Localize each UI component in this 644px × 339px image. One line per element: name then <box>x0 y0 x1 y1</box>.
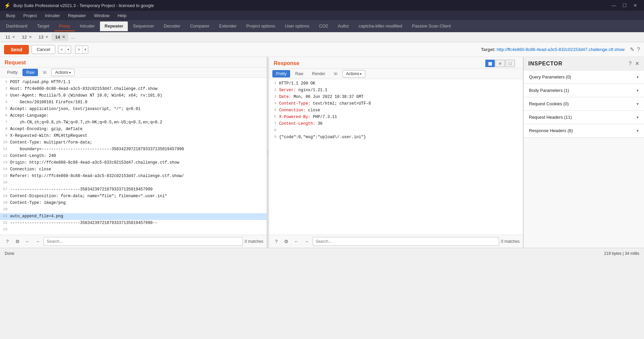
menu-burp[interactable]: Burp <box>3 12 18 19</box>
tab-extender[interactable]: Extender <box>214 21 241 31</box>
request-title: Request <box>0 57 267 67</box>
body-params-chevron-icon: ▾ <box>637 88 639 93</box>
tab-proxy[interactable]: Proxy <box>54 21 75 31</box>
menu-window[interactable]: Window <box>91 12 113 19</box>
tab-captcha-killer[interactable]: captcha-killer-modified <box>354 21 407 31</box>
tab-comparer[interactable]: Comparer <box>185 21 214 31</box>
response-title: Response ▦ ≡ □ <box>269 57 523 69</box>
edit-icon[interactable]: ✎ <box>630 46 634 53</box>
code-line: 2Server: nginx/1.21.1 <box>269 87 523 94</box>
menu-repeater[interactable]: Repeater <box>65 12 89 19</box>
code-line: 9X-Requested-With: XMLHttpRequest <box>0 133 267 139</box>
tab-intruder[interactable]: Intruder <box>75 21 100 31</box>
minimize-button[interactable]: — <box>609 2 619 9</box>
response-footer: ? ⚙ ← → 0 matches <box>269 235 523 248</box>
close-tab-13[interactable]: ✕ <box>45 35 48 39</box>
response-code-area[interactable]: 1HTTP/1.1 200 OK 2Server: nginx/1.21.1 3… <box>269 79 523 235</box>
request-help-icon[interactable]: ? <box>3 237 11 245</box>
response-next-match[interactable]: → <box>303 237 311 245</box>
request-next-match[interactable]: → <box>34 237 42 245</box>
nav-prev-button[interactable]: < <box>58 46 65 54</box>
request-prev-match[interactable]: ← <box>23 237 32 245</box>
response-render-btn[interactable]: Render <box>308 70 329 77</box>
tab-co2[interactable]: CO2 <box>314 21 333 31</box>
request-search-input[interactable] <box>44 237 243 246</box>
request-pretty-btn[interactable]: Pretty <box>3 69 21 76</box>
inspector-close-icon[interactable]: ✕ <box>635 60 639 67</box>
cancel-button[interactable]: Cancel <box>32 45 55 54</box>
tab-repeater[interactable]: Repeater <box>100 21 128 31</box>
close-tab-11[interactable]: ✕ <box>12 35 15 39</box>
code-line: 11 boundary=----------------------------… <box>0 146 267 153</box>
sub-tab-11[interactable]: 11 ✕ <box>2 33 18 41</box>
send-button[interactable]: Send <box>4 45 29 54</box>
inspector-resp-headers-header[interactable]: Response Headers (6) ▾ <box>524 124 644 137</box>
target-url[interactable]: http://ffc4e860-8c88-4ead-a3c5-832c02153… <box>497 47 625 52</box>
response-search-input[interactable] <box>313 237 499 246</box>
request-newline-btn[interactable]: \n <box>39 69 50 76</box>
request-toolbar: Pretty Raw \n Actions ▾ <box>0 67 267 78</box>
tab-project-options[interactable]: Project options <box>241 21 280 31</box>
resp-headers-chevron-icon: ▾ <box>637 128 639 133</box>
inspector-req-headers-header[interactable]: Request Headers (11) ▾ <box>524 111 644 124</box>
inspector-section-body-params: Body Parameters (1) ▾ <box>524 84 644 97</box>
query-params-chevron-icon: ▾ <box>637 75 639 79</box>
sub-tabs: 11 ✕ 12 ✕ 13 ✕ 14 ✕ ... <box>0 32 644 42</box>
nav-next-dropdown[interactable]: ▾ <box>83 46 88 54</box>
view-split-icon[interactable]: ▦ <box>485 60 495 67</box>
tab-user-options[interactable]: User options <box>280 21 314 31</box>
tab-target[interactable]: Target <box>33 21 54 31</box>
tab-authz[interactable]: Authz <box>333 21 354 31</box>
code-line: 5Connection: close <box>269 107 523 114</box>
inspector-cookies-header[interactable]: Request Cookies (0) ▾ <box>524 97 644 110</box>
status-left: Done <box>5 251 14 256</box>
code-line: 16 <box>0 180 267 186</box>
response-raw-btn[interactable]: Raw <box>291 70 307 77</box>
response-prev-match[interactable]: ← <box>292 237 301 245</box>
inspector-help-icon[interactable]: ? <box>629 61 632 67</box>
help-icon[interactable]: ? <box>637 47 640 53</box>
inspector-title: INSPECTOR <box>528 61 562 67</box>
code-line: 3Date: Mon, 06 Jun 2022 10:38:37 GMT <box>269 94 523 101</box>
sub-tab-13[interactable]: 13 ✕ <box>35 33 52 41</box>
maximize-button[interactable]: ☐ <box>620 2 629 9</box>
tab-sequencer[interactable]: Sequencer <box>128 21 159 31</box>
view-toggle: ▦ ≡ □ <box>485 60 515 67</box>
close-button[interactable]: ✕ <box>631 2 640 9</box>
tab-passive-scan[interactable]: Passive Scan Client <box>407 21 455 31</box>
response-pretty-btn[interactable]: Pretty <box>272 70 290 77</box>
sub-tab-14[interactable]: 14 ✕ <box>52 33 68 41</box>
close-tab-12[interactable]: ✕ <box>29 35 32 39</box>
code-line: 3User-Agent: Mozilla/5.0 (Windows NT 10.… <box>0 93 267 99</box>
response-help-icon[interactable]: ? <box>272 237 280 245</box>
tab-dashboard[interactable]: Dashboard <box>1 21 32 31</box>
inspector-query-params-header[interactable]: Query Parameters (0) ▾ <box>524 70 644 83</box>
nav-tabs: Dashboard Target Proxy Intruder Repeater… <box>0 20 644 32</box>
nav-next-button[interactable]: > <box>75 46 83 54</box>
close-tab-14[interactable]: ✕ <box>62 35 65 39</box>
code-line: 8Accept-Encoding: gzip, deflate <box>0 126 267 133</box>
menu-project[interactable]: Project <box>20 12 40 19</box>
code-line: 4Content-Type: text/html; charset=UTF-8 <box>269 101 523 107</box>
request-settings-icon[interactable]: ⚙ <box>13 237 21 245</box>
view-single-icon[interactable]: □ <box>505 60 515 67</box>
code-line: 10Content-Type: multipart/form-data; <box>0 139 267 146</box>
nav-prev-dropdown[interactable]: ▾ <box>65 46 71 54</box>
request-code-area[interactable]: 1POST /upload.php HTTP/1.1 2Host: ffc4e8… <box>0 78 267 235</box>
tab-decoder[interactable]: Decoder <box>159 21 185 31</box>
code-line: 22-----------------------------358342397… <box>0 220 267 227</box>
menu-help[interactable]: Help <box>114 12 130 19</box>
view-list-icon[interactable]: ≡ <box>495 60 505 67</box>
code-line: 4 Gecko/20100101 Firefox/101.0 <box>0 99 267 106</box>
inspector-body-params-header[interactable]: Body Parameters (1) ▾ <box>524 84 644 97</box>
sub-tab-12[interactable]: 12 ✕ <box>18 33 35 41</box>
menu-intruder[interactable]: Intruder <box>42 12 63 19</box>
code-line: 17-----------------------------358342397… <box>0 186 267 193</box>
request-footer: ? ⚙ ← → 0 matches <box>0 235 267 248</box>
response-settings-icon[interactable]: ⚙ <box>282 237 290 245</box>
request-actions-btn[interactable]: Actions ▾ <box>51 69 74 76</box>
sub-tab-more[interactable]: ... <box>68 33 77 41</box>
request-raw-btn[interactable]: Raw <box>22 69 38 76</box>
response-newline-btn[interactable]: \n <box>330 70 341 77</box>
response-actions-btn[interactable]: Actions ▾ <box>342 70 365 77</box>
